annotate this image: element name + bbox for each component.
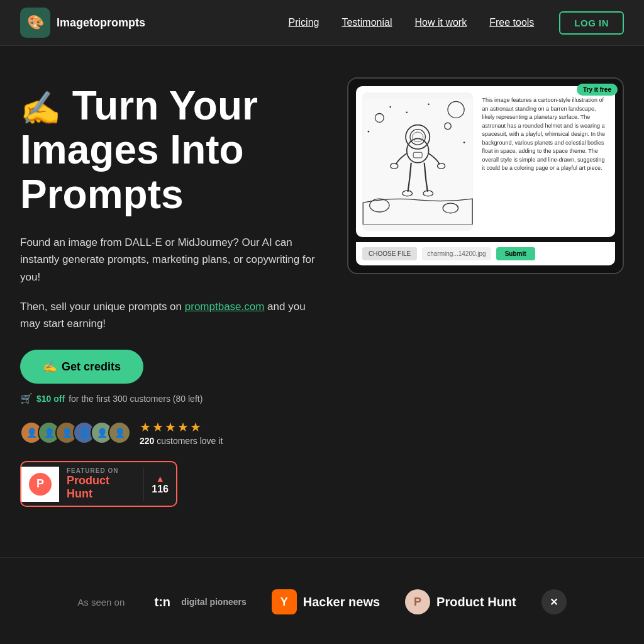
demo-text-area: This image features a cartoon-style illu… — [479, 92, 609, 231]
as-seen-on-section: As seen on t:n digital pioneers Y Hacker… — [0, 557, 644, 640]
nav-testimonial[interactable]: Testimonial — [341, 17, 392, 28]
logo-icon: 🎨 — [20, 8, 50, 38]
avatars: 👤 👤 👤 👤 👤 👤 — [20, 421, 131, 444]
choose-file-button[interactable]: CHOOSE FILE — [362, 247, 417, 260]
demo-bottom: CHOOSE FILE charming...14200.jpg Submit — [356, 242, 615, 265]
avatar: 👤 — [108, 421, 131, 444]
demo-image-area — [362, 92, 473, 231]
customers-text: 220 customers love it — [140, 436, 223, 446]
credits-icon: ✍️ — [43, 360, 57, 374]
cart-icon: 🛒 — [20, 392, 33, 404]
hn-brand: Y Hacker news — [272, 589, 380, 614]
ph-badge[interactable]: P FEATURED ON Product Hunt ▲ 116 — [20, 461, 177, 507]
svg-point-4 — [389, 106, 391, 108]
x-brand: ✕ — [541, 589, 567, 614]
svg-point-6 — [428, 103, 430, 105]
astronaut-svg — [362, 99, 473, 225]
stars: ★★★★★ — [140, 419, 223, 435]
svg-point-7 — [368, 131, 370, 133]
social-proof: 👤 👤 👤 👤 👤 👤 ★★★★★ 220 customers love it — [20, 419, 322, 446]
nav-pricing[interactable]: Pricing — [289, 17, 319, 28]
ph-badge-left: P — [21, 467, 59, 502]
svg-point-8 — [464, 142, 465, 143]
nav-links: Pricing Testimonial How it work Free too… — [289, 17, 535, 28]
x-icon: ✕ — [541, 589, 567, 614]
get-credits-button[interactable]: ✍️ Get credits — [20, 350, 143, 384]
demo-card-inner: This image features a cartoon-style illu… — [356, 86, 615, 237]
hero-title: ✍️ Turn Your Images Into Prompts — [20, 84, 322, 216]
tn-icon: t:n — [150, 589, 175, 614]
svg-point-5 — [406, 111, 408, 113]
discount-tag: 🛒 $10 off for the first 300 customers (8… — [20, 392, 322, 404]
login-button[interactable]: LOG IN — [559, 11, 624, 35]
hero-left: ✍️ Turn Your Images Into Prompts Found a… — [20, 84, 322, 507]
demo-card: Try it free — [347, 77, 624, 274]
navbar: 🎨 Imagetoprompts Pricing Testimonial How… — [0, 0, 644, 46]
stars-block: ★★★★★ 220 customers love it — [140, 419, 223, 446]
ph-logo-icon: P — [29, 473, 52, 496]
pencil-icon: ✍️ — [20, 90, 61, 126]
upvote-arrow-icon: ▲ — [156, 474, 165, 484]
ph-icon: P — [405, 589, 430, 614]
tn-name: digital pioneers — [181, 597, 246, 607]
ph-badge-center: FEATURED ON Product Hunt — [59, 462, 143, 506]
logo-text: Imagetoprompts — [57, 16, 145, 30]
hero-desc-1: Found an image from DALL-E or MidJourney… — [20, 234, 322, 286]
ph-badge-right: ▲ 116 — [143, 467, 176, 501]
hn-name: Hacker news — [303, 595, 380, 609]
hn-icon: Y — [272, 589, 297, 614]
filename-badge: charming...14200.jpg — [422, 247, 491, 260]
nav-free-tools[interactable]: Free tools — [489, 17, 534, 28]
hero-right: Try it free — [347, 77, 624, 274]
submit-button[interactable]: Submit — [496, 247, 535, 260]
hero-desc-2: Then, sell your unique prompts on prompt… — [20, 298, 322, 332]
hero-section: ✍️ Turn Your Images Into Prompts Found a… — [0, 46, 644, 532]
try-badge: Try it free — [577, 84, 618, 96]
tn-brand: t:n digital pioneers — [150, 589, 246, 614]
ph-brand: P Product Hunt — [405, 589, 516, 614]
as-seen-label: As seen on — [77, 597, 125, 608]
nav-logo[interactable]: 🎨 Imagetoprompts — [20, 8, 145, 38]
nav-how-it-work[interactable]: How it work — [415, 17, 467, 28]
promptbase-link[interactable]: promptbase.com — [185, 301, 265, 313]
ph-name: Product Hunt — [436, 595, 516, 609]
